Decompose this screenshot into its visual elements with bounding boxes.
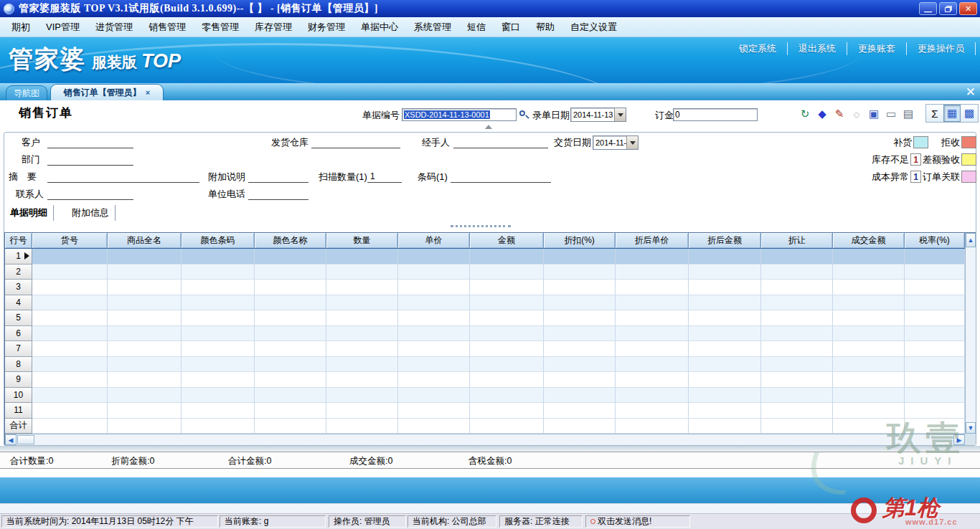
field-button-icon[interactable]: ▭ bbox=[882, 105, 900, 123]
row-selector-6[interactable]: 6 bbox=[5, 326, 32, 342]
row-selector-9[interactable]: 9 bbox=[5, 372, 32, 388]
grid-cell[interactable] bbox=[470, 419, 544, 434]
row-selector-11[interactable]: 11 bbox=[5, 403, 32, 419]
grid-cell[interactable] bbox=[182, 372, 255, 388]
grid-cell[interactable] bbox=[833, 264, 905, 280]
grid-cell[interactable] bbox=[32, 403, 108, 419]
grid-cell[interactable] bbox=[761, 326, 833, 342]
grid-cell[interactable] bbox=[470, 310, 544, 326]
menu-item-5[interactable]: 零售管理 bbox=[199, 19, 242, 35]
grid-cell[interactable] bbox=[833, 326, 905, 342]
grid-cell[interactable] bbox=[470, 357, 544, 373]
grid-cell[interactable] bbox=[326, 249, 398, 264]
menu-item-11[interactable]: 窗口 bbox=[499, 19, 523, 35]
collapse-arrow-icon[interactable] bbox=[485, 125, 492, 129]
minimize-button[interactable]: — bbox=[919, 2, 937, 15]
grid-cell[interactable] bbox=[470, 264, 544, 280]
row-selector-2[interactable]: 2 bbox=[5, 264, 32, 280]
grid-cell[interactable] bbox=[108, 403, 182, 419]
delivery-date-select[interactable]: 2014-11-13 bbox=[593, 135, 639, 150]
grid-cell[interactable] bbox=[905, 357, 965, 373]
tab-detail[interactable]: 单据明细 bbox=[4, 205, 54, 221]
grid-header-cell-7[interactable]: 单价 bbox=[398, 233, 470, 248]
grid-cell[interactable] bbox=[326, 372, 398, 388]
grid-cell[interactable] bbox=[182, 388, 255, 404]
grid-cell[interactable] bbox=[255, 403, 326, 419]
grid-cell[interactable] bbox=[689, 419, 761, 434]
grid-header-cell-10[interactable]: 折后单价 bbox=[616, 233, 689, 248]
grid-cell[interactable] bbox=[905, 249, 965, 264]
grid-cell[interactable] bbox=[833, 419, 905, 434]
grid-cell[interactable] bbox=[32, 310, 108, 326]
grid-header-cell-11[interactable]: 折后金额 bbox=[689, 233, 761, 248]
tab-close-icon[interactable]: × bbox=[146, 88, 150, 97]
grid-cell[interactable] bbox=[761, 341, 833, 357]
banner-link-1[interactable]: 锁定系统 bbox=[728, 42, 788, 55]
grid-cell[interactable] bbox=[689, 341, 761, 357]
grid-cell[interactable] bbox=[182, 357, 255, 373]
grid-cell[interactable] bbox=[761, 388, 833, 404]
menu-item-6[interactable]: 库存管理 bbox=[252, 19, 295, 35]
grid-header-cell-4[interactable]: 颜色条码 bbox=[182, 233, 255, 248]
grid-cell[interactable] bbox=[398, 403, 470, 419]
entry-date-select[interactable]: 2014-11-13 bbox=[570, 108, 626, 122]
grid-cell[interactable] bbox=[616, 388, 689, 404]
row-selector-10[interactable]: 10 bbox=[5, 388, 32, 404]
grid-cell[interactable] bbox=[32, 419, 108, 434]
grid-cell[interactable] bbox=[905, 295, 965, 311]
grid-cell[interactable] bbox=[833, 388, 905, 404]
grid-cell[interactable] bbox=[255, 341, 326, 357]
grid-cell[interactable] bbox=[108, 419, 182, 434]
print-preview-icon[interactable]: ▤ bbox=[900, 105, 917, 123]
grid-cell[interactable] bbox=[544, 264, 616, 280]
restore-button[interactable] bbox=[939, 2, 957, 15]
horizontal-scrollbar[interactable]: ◀ ▶ bbox=[5, 434, 965, 445]
vertical-scrollbar[interactable]: ▲ ▼ bbox=[965, 233, 976, 434]
handler-input[interactable] bbox=[453, 136, 548, 148]
grid-cell[interactable] bbox=[32, 372, 108, 388]
grid-cell[interactable] bbox=[398, 341, 470, 357]
grid-cell[interactable] bbox=[32, 357, 108, 373]
grid-cell[interactable] bbox=[544, 310, 616, 326]
grid-cell[interactable] bbox=[398, 264, 470, 280]
summary-input[interactable] bbox=[47, 171, 199, 183]
refresh-icon[interactable]: ↻ bbox=[796, 105, 814, 123]
grid-cell[interactable] bbox=[182, 264, 255, 280]
grid-cell[interactable] bbox=[616, 372, 689, 388]
grid-header-cell-14[interactable]: 税率(%) bbox=[905, 233, 965, 248]
grid-cell[interactable] bbox=[255, 249, 326, 264]
grid-cell[interactable] bbox=[905, 403, 965, 419]
grid-cell[interactable] bbox=[616, 419, 689, 434]
grid-cell[interactable] bbox=[398, 419, 470, 434]
grid-header-cell-6[interactable]: 数量 bbox=[326, 233, 398, 248]
grid-cell[interactable] bbox=[326, 419, 398, 434]
splitter-handle[interactable] bbox=[451, 225, 511, 227]
grid-cell[interactable] bbox=[544, 372, 616, 388]
grid-cell[interactable] bbox=[326, 326, 398, 342]
tab-sales-order[interactable]: 销售订单【管理员】 × bbox=[50, 84, 164, 100]
grid-cell[interactable] bbox=[905, 372, 965, 388]
grid-cell[interactable] bbox=[616, 326, 689, 342]
row-selector-7[interactable]: 7 bbox=[5, 341, 32, 357]
menu-item-13[interactable]: 自定义设置 bbox=[567, 19, 620, 35]
grid-cell[interactable] bbox=[544, 403, 616, 419]
grid-cell[interactable] bbox=[108, 264, 182, 280]
grid-cell[interactable] bbox=[255, 280, 326, 295]
grid-cell[interactable] bbox=[544, 357, 616, 373]
grid-cell[interactable] bbox=[255, 310, 326, 326]
grid-cell[interactable] bbox=[616, 280, 689, 295]
close-all-tabs-icon[interactable]: ✕ bbox=[966, 85, 976, 100]
grid-header-cell-13[interactable]: 成交金额 bbox=[833, 233, 905, 248]
grid-cell[interactable] bbox=[326, 357, 398, 373]
menu-item-2[interactable]: VIP管理 bbox=[43, 19, 83, 35]
grid-cell[interactable] bbox=[32, 249, 108, 264]
grid-cell[interactable] bbox=[761, 357, 833, 373]
grid-cell[interactable] bbox=[905, 264, 965, 280]
grid-cell[interactable] bbox=[905, 388, 965, 404]
row-selector-1[interactable]: 1 bbox=[5, 249, 32, 264]
lasso-icon[interactable]: ◌ bbox=[848, 105, 865, 123]
grid-cell[interactable] bbox=[689, 372, 761, 388]
grid-cell[interactable] bbox=[761, 310, 833, 326]
contact-input[interactable] bbox=[47, 188, 133, 200]
grid-cell[interactable] bbox=[255, 388, 326, 404]
